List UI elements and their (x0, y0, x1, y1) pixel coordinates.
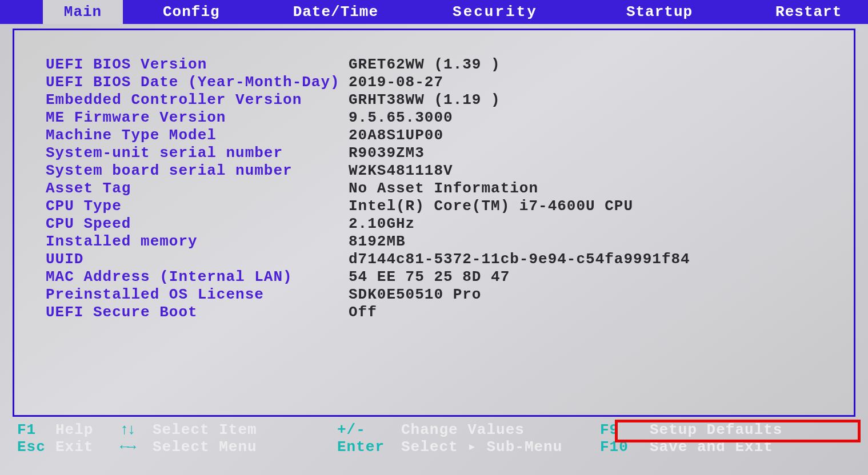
info-row: Embedded Controller VersionGRHT38WW (1.1… (46, 91, 854, 109)
info-row: System board serial numberW2KS481118V (46, 162, 854, 180)
hotkey-f9[interactable]: F9 (600, 421, 643, 438)
hotkey-updown[interactable]: ↑↓ (120, 421, 146, 438)
info-label: Machine Type Model (46, 127, 349, 144)
tab-datetime[interactable]: Date/Time (276, 0, 395, 24)
hotkey-esc-label: Exit (55, 438, 93, 456)
info-row: UEFI BIOS VersionGRET62WW (1.39 ) (46, 56, 854, 74)
tab-main[interactable]: Main (43, 0, 123, 24)
info-label: Asset Tag (46, 180, 349, 198)
info-row: ME Firmware Version9.5.65.3000 (46, 109, 854, 127)
tab-startup[interactable]: Startup (609, 0, 710, 24)
info-value: Intel(R) Core(TM) i7-4600U CPU (349, 198, 633, 215)
info-label: MAC Address (Internal LAN) (46, 268, 349, 286)
info-value: SDK0E50510 Pro (349, 286, 481, 304)
info-value: W2KS481118V (349, 162, 453, 180)
hotkey-f9-label: Setup Defaults (650, 421, 782, 438)
info-value: 20A8S1UP00 (349, 127, 443, 144)
info-value: R9039ZM3 (349, 144, 425, 162)
hotkey-leftright[interactable]: ←→ (120, 438, 146, 456)
main-content-panel: UEFI BIOS VersionGRET62WW (1.39 )UEFI BI… (13, 29, 855, 417)
hotkey-f1-label: Help (55, 421, 93, 438)
info-label: Installed memory (46, 233, 349, 251)
hotkey-enter[interactable]: Enter (337, 438, 394, 456)
info-label: UEFI Secure Boot (46, 304, 349, 321)
info-value: 8192MB (349, 233, 406, 251)
info-value: 9.5.65.3000 (349, 109, 453, 127)
info-row: Asset TagNo Asset Information (46, 180, 854, 198)
info-label: Preinstalled OS License (46, 286, 349, 304)
info-value: d7144c81-5372-11cb-9e94-c54fa9991f84 (349, 251, 690, 268)
info-row: CPU Speed2.10GHz (46, 215, 854, 233)
info-label: UEFI BIOS Version (46, 56, 349, 74)
hotkey-plusminus-label: Change Values (401, 421, 525, 438)
info-label: CPU Type (46, 198, 349, 215)
info-label: System board serial number (46, 162, 349, 180)
hotkey-plusminus[interactable]: +/- (337, 421, 394, 438)
info-value: No Asset Information (349, 180, 538, 198)
info-label: UUID (46, 251, 349, 268)
info-label: System-unit serial number (46, 144, 349, 162)
hotkey-f1[interactable]: F1 (17, 421, 49, 438)
tab-restart[interactable]: Restart (758, 0, 859, 24)
info-label: CPU Speed (46, 215, 349, 233)
info-row: UEFI BIOS Date (Year-Month-Day)2019-08-2… (46, 74, 854, 91)
hotkey-updown-label: Select Item (153, 421, 257, 438)
info-value: 2.10GHz (349, 215, 415, 233)
info-row: System-unit serial numberR9039ZM3 (46, 144, 854, 162)
info-value: 2019-08-27 (349, 74, 443, 91)
info-row: CPU TypeIntel(R) Core(TM) i7-4600U CPU (46, 198, 854, 215)
tab-config[interactable]: Config (146, 0, 237, 24)
info-value: Off (349, 304, 377, 321)
info-value: GRHT38WW (1.19 ) (349, 91, 501, 109)
info-row: UEFI Secure BootOff (46, 304, 854, 321)
info-label: Embedded Controller Version (46, 91, 349, 109)
info-row: Machine Type Model20A8S1UP00 (46, 127, 854, 144)
info-label: ME Firmware Version (46, 109, 349, 127)
tab-security[interactable]: Security (435, 0, 555, 24)
hotkey-esc[interactable]: Esc (17, 438, 49, 456)
hotkey-leftright-label: Select Menu (153, 438, 257, 456)
hotkey-f10[interactable]: F10 (600, 438, 643, 456)
hotkey-f10-label: Save and Exit (650, 438, 773, 456)
info-row: Installed memory8192MB (46, 233, 854, 251)
info-row: Preinstalled OS LicenseSDK0E50510 Pro (46, 286, 854, 304)
footer-help-bar: F1 Help Esc Exit ↑↓ Select Item ←→ Selec… (0, 421, 868, 456)
info-row: MAC Address (Internal LAN)54 EE 75 25 8D… (46, 268, 854, 286)
info-row: UUIDd7144c81-5372-11cb-9e94-c54fa9991f84 (46, 251, 854, 268)
hotkey-enter-label: Select ▸ Sub-Menu (401, 438, 562, 456)
info-value: GRET62WW (1.39 ) (349, 56, 501, 74)
tab-bar: Main Config Date/Time Security Startup R… (0, 0, 868, 24)
info-value: 54 EE 75 25 8D 47 (349, 268, 510, 286)
info-label: UEFI BIOS Date (Year-Month-Day) (46, 74, 349, 91)
